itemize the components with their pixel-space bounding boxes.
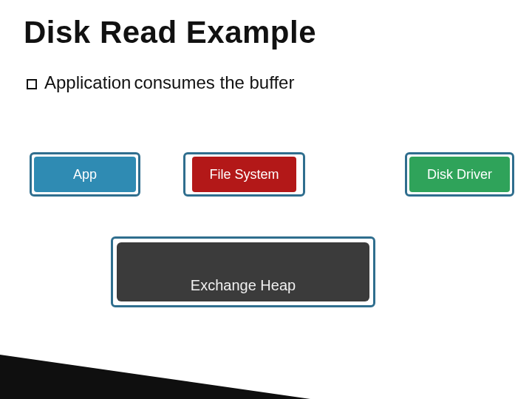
app-box: App bbox=[34, 157, 136, 192]
bullet-lead-word: Application bbox=[44, 72, 131, 93]
slide-title: Disk Read Example bbox=[24, 15, 316, 50]
file-system-label: File System bbox=[209, 167, 279, 183]
disk-driver-box: Disk Driver bbox=[409, 157, 510, 192]
exchange-heap-label: Exchange Heap bbox=[191, 277, 296, 294]
disk-driver-label: Disk Driver bbox=[427, 167, 492, 183]
decorative-wedge-dark bbox=[0, 355, 310, 399]
exchange-heap-box: Exchange Heap bbox=[117, 242, 369, 301]
file-system-box: File System bbox=[192, 157, 296, 192]
bullet-rest-text: consumes the buffer bbox=[134, 72, 294, 93]
square-bullet-icon bbox=[27, 79, 37, 89]
slide: Disk Read Example Application consumes t… bbox=[0, 0, 532, 399]
app-label: App bbox=[73, 167, 97, 183]
bullet-line: Application consumes the buffer bbox=[27, 72, 294, 93]
